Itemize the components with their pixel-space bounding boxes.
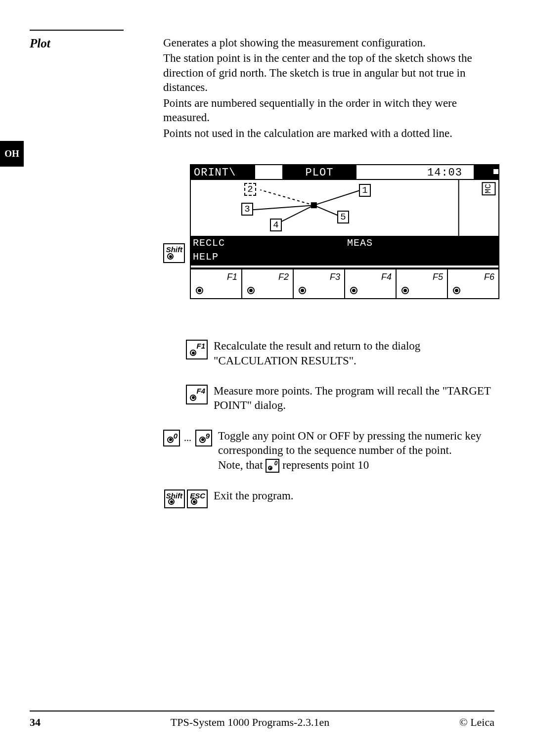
device-screen: ORINT\ PLOT 14:03 [190,164,499,299]
softkey-row-2: HELP [191,251,498,265]
f1-key[interactable]: F1 [191,269,242,298]
exit-description: Exit the program. [214,489,499,503]
body-text: Points not used in the calculation are m… [163,126,499,140]
body-text: Points are numbered sequentially in the … [163,96,499,125]
page-number: 34 [30,715,41,729]
svg-rect-1 [311,202,317,208]
softkey-meas[interactable]: MEAS [345,237,397,250]
softkey-help[interactable]: HELP [191,251,242,264]
function-key-row: F1 F2 F3 F4 F5 F6 [191,268,498,298]
screen-title-left: ORINT\ [191,165,255,180]
ellipsis: ... [182,432,193,445]
f5-key[interactable]: F5 [397,269,448,298]
f4-key-icon: F4 [186,385,208,404]
body-text: The station point is in the center and t… [163,51,499,94]
zero-key-inline-icon: 0 [266,459,279,473]
footer-center: TPS-System 1000 Programs-2.3.1en [171,715,329,729]
f1-key-icon: F1 [186,340,208,359]
svg-line-3 [253,205,313,210]
esc-key-icon: ESC [187,489,208,508]
f6-key[interactable]: F6 [448,269,498,298]
side-tab: OH [0,141,24,167]
f1-description: Recalculate the result and return to the… [214,339,499,368]
screen-time: 14:03 [424,165,474,180]
body-text: Generates a plot showing the measurement… [163,36,499,50]
f2-key[interactable]: F2 [242,269,294,298]
screen-title-center: PLOT [282,165,356,180]
shift-key-icon: Shift [164,489,185,508]
softkey-row-1: RECLC MEAS [191,237,498,251]
mc-indicator: MC [482,182,495,195]
zero-key-icon: 0 [163,430,180,446]
f4-description: Measure more points. The program will re… [214,384,499,413]
section-heading: Plot [30,36,163,51]
f4-key[interactable]: F4 [345,269,397,298]
f3-key[interactable]: F3 [294,269,345,298]
svg-line-6 [260,190,313,205]
svg-line-2 [314,189,364,205]
shift-key-icon: Shift [163,243,185,263]
footer-copyright: © Leica [459,715,494,729]
plot-point-2: 2 [244,183,256,196]
numeric-key-description: Toggle any point ON or OFF by pressing t… [218,429,499,473]
plot-point-4: 4 [270,219,282,231]
plot-point-5: 5 [337,211,349,223]
plot-point-3: 3 [241,203,253,216]
plot-point-1: 1 [359,184,371,197]
nine-key-icon: 9 [195,430,212,446]
plot-sketch: 1 2 3 4 5 MC [191,180,498,237]
softkey-reclc[interactable]: RECLC [191,237,242,250]
